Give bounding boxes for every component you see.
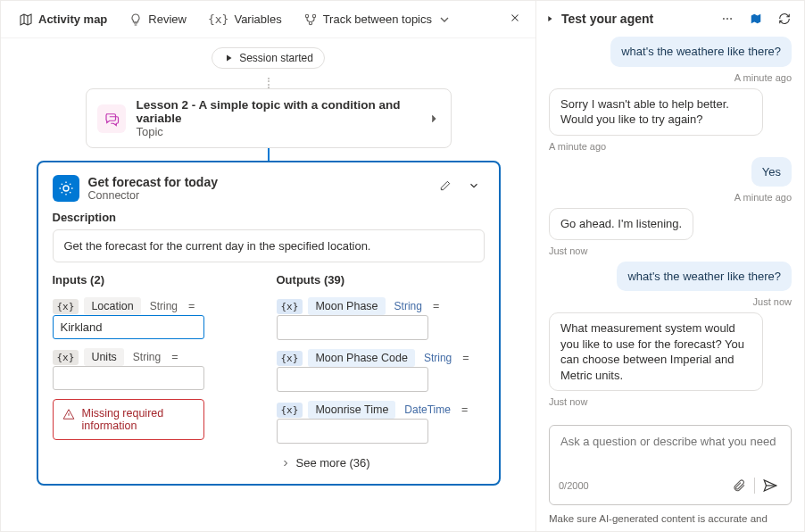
connector-subtitle: Connector xyxy=(88,189,218,202)
equals-sign: = xyxy=(460,403,469,416)
paperclip-icon xyxy=(732,478,746,493)
nav-review[interactable]: Review xyxy=(120,7,195,32)
chat-bubble-user: what's the weather like there? xyxy=(617,262,792,292)
session-label: Session started xyxy=(239,52,313,64)
equals-sign: = xyxy=(170,351,179,363)
connector-card: Get forecast for today Connector Descrip… xyxy=(37,161,501,486)
send-icon xyxy=(762,478,778,494)
nav-label: Variables xyxy=(234,12,281,26)
chat-timestamp: A minute ago xyxy=(734,72,792,83)
equals-sign: = xyxy=(187,300,196,312)
send-button[interactable] xyxy=(759,474,782,497)
svg-point-2 xyxy=(309,21,311,24)
chat-bubble-agent: What measurement system would you like t… xyxy=(549,312,763,391)
svg-point-0 xyxy=(305,14,308,17)
svg-point-4 xyxy=(723,18,725,20)
chat-input[interactable] xyxy=(559,433,782,467)
output-var-row: {x} Moon Phase String = xyxy=(277,297,485,315)
input-value-location[interactable] xyxy=(53,315,204,339)
play-icon xyxy=(223,53,234,63)
svg-point-6 xyxy=(730,18,732,20)
chat-bubble-user: what's the weathere like there? xyxy=(610,37,792,67)
variable-badge-icon: {x} xyxy=(53,299,79,314)
chat-timestamp: A minute ago xyxy=(549,141,792,152)
more-icon xyxy=(721,12,734,25)
chevron-down-icon xyxy=(437,12,452,27)
output-type: DateTime xyxy=(401,403,454,416)
equals-sign: = xyxy=(431,300,441,312)
weather-connector-icon xyxy=(53,175,79,202)
chevron-right-icon xyxy=(427,112,440,125)
input-name: Location xyxy=(84,297,140,315)
nav-label: Track between topics xyxy=(323,12,432,26)
top-nav: Activity map Review {x} Variables Track … xyxy=(1,1,535,38)
outputs-heading: Outputs (39) xyxy=(277,273,485,287)
nav-label: Review xyxy=(148,12,187,26)
session-chip[interactable]: Session started xyxy=(212,47,325,69)
see-more-label: See more (36) xyxy=(296,456,370,470)
caret-icon[interactable] xyxy=(545,14,554,23)
connector-title: Get forecast for today xyxy=(88,175,218,189)
input-var-row: {x} Units String = xyxy=(53,348,261,366)
chat-timestamp: Just now xyxy=(753,296,792,307)
nav-activity-map[interactable]: Activity map xyxy=(10,7,116,32)
input-var-row: {x} Location String = xyxy=(53,297,261,315)
map-icon xyxy=(750,12,762,25)
chat-timestamp: Just now xyxy=(549,396,792,407)
branch-icon xyxy=(303,12,318,27)
topic-icon xyxy=(97,104,126,133)
nav-label: Activity map xyxy=(38,12,107,26)
inputs-heading: Inputs (2) xyxy=(53,273,261,287)
braces-icon: {x} xyxy=(208,12,228,26)
chat-bubble-user: Yes xyxy=(751,157,792,187)
chat-bubble-agent: Sorry I wasn't able to help better. Woul… xyxy=(549,88,763,136)
map-toggle-button[interactable] xyxy=(745,8,767,29)
close-icon xyxy=(509,12,521,24)
svg-point-5 xyxy=(726,18,728,20)
output-name: Moon Phase Code xyxy=(308,349,415,367)
variable-badge-icon: {x} xyxy=(277,403,303,418)
attach-button[interactable] xyxy=(727,474,751,497)
output-name: Moonrise Time xyxy=(308,401,395,419)
test-panel-title: Test your agent xyxy=(561,12,710,26)
chat-timestamp: A minute ago xyxy=(734,192,792,203)
char-count: 0/2000 xyxy=(559,480,589,491)
topic-subtitle: Topic xyxy=(137,125,417,138)
see-more-button[interactable]: See more (36) xyxy=(277,456,485,470)
topic-title: Lesson 2 - A simple topic with a conditi… xyxy=(137,98,417,125)
output-value xyxy=(277,419,428,444)
variable-badge-icon: {x} xyxy=(53,350,79,365)
close-button[interactable] xyxy=(503,6,527,32)
divider xyxy=(754,478,755,494)
refresh-button[interactable] xyxy=(774,8,795,29)
chat-input-box: 0/2000 xyxy=(549,425,792,505)
input-value-units[interactable] xyxy=(53,366,204,390)
variable-badge-icon: {x} xyxy=(277,299,303,314)
nav-variables[interactable]: {x} Variables xyxy=(199,7,291,31)
lightbulb-icon xyxy=(129,12,143,27)
equals-sign: = xyxy=(461,352,470,364)
chevron-right-icon xyxy=(280,458,291,469)
more-button[interactable] xyxy=(717,8,738,29)
input-name: Units xyxy=(84,348,123,366)
connector-line xyxy=(268,78,270,88)
edit-button[interactable] xyxy=(435,175,456,196)
test-panel: Test your agent what's the weathere like… xyxy=(536,1,804,531)
description-label: Description xyxy=(53,211,485,224)
error-box: Missing required information xyxy=(53,399,204,440)
chat-bubble-agent: Go ahead. I'm listening. xyxy=(549,208,693,240)
chat-area[interactable]: what's the weathere like there? A minute… xyxy=(536,37,804,421)
sun-icon xyxy=(58,180,74,196)
nav-track[interactable]: Track between topics xyxy=(295,7,461,32)
warning-icon xyxy=(62,408,75,420)
chat-timestamp: Just now xyxy=(549,245,792,256)
chevron-down-icon xyxy=(468,179,480,192)
output-name: Moon Phase xyxy=(308,297,385,315)
output-value xyxy=(277,367,428,392)
input-type: String xyxy=(146,300,181,312)
topic-card[interactable]: Lesson 2 - A simple topic with a conditi… xyxy=(86,88,452,148)
collapse-button[interactable] xyxy=(463,175,485,196)
error-text: Missing required information xyxy=(82,407,195,432)
canvas[interactable]: Session started Lesson 2 - A simple topi… xyxy=(1,38,535,531)
refresh-icon xyxy=(778,12,791,25)
